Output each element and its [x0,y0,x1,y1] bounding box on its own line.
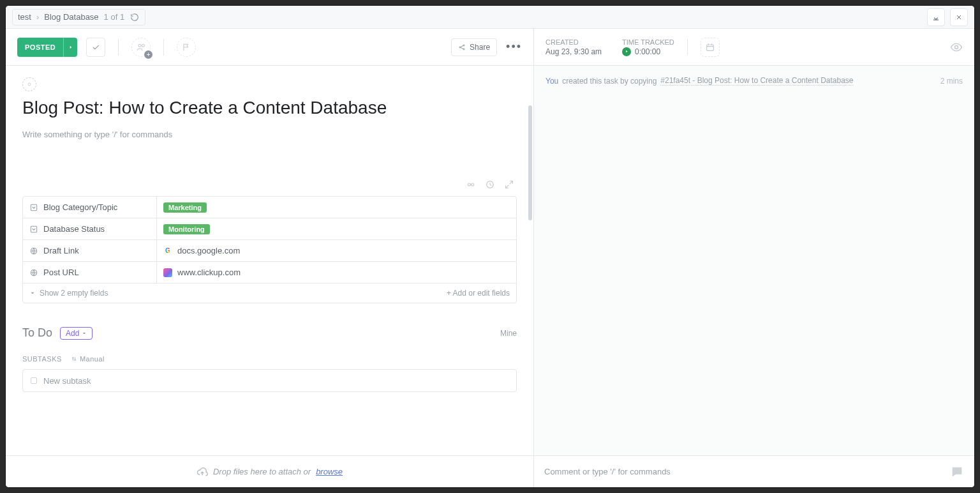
field-label: Blog Category/Topic [43,202,117,212]
breadcrumb-current[interactable]: Blog Database [44,12,98,22]
subtask-status-icon [31,377,37,384]
svg-point-1 [142,44,145,47]
activity-panel: CREATED Aug 23, 9:30 am TIME TRACKED 0:0… [534,29,974,487]
subtasks-sort-button[interactable]: Manual [71,355,105,363]
task-status-icon[interactable] [22,77,36,91]
svg-rect-13 [706,45,713,50]
show-empty-fields[interactable]: Show 2 empty fields [40,289,108,298]
refresh-icon[interactable] [130,12,140,22]
todo-mine-filter[interactable]: Mine [500,329,517,338]
attach-text: Drop files here to attach or [213,467,311,476]
minimize-button[interactable] [927,8,945,26]
comment-send-icon[interactable] [950,465,964,479]
description-placeholder: Write something or type '/' for commands [22,130,172,139]
divider [118,39,119,56]
svg-point-3 [463,45,464,46]
subtasks-header: SUBTASKS Manual [22,355,517,363]
share-button[interactable]: Share [451,38,497,56]
activity-reference-link[interactable]: #21fa45t - Blog Post: How to Create a Co… [660,76,853,86]
status-next-button[interactable] [63,38,77,57]
field-row-post-url[interactable]: Post URL www.clickup.com [23,262,516,284]
time-tracked-value: 0:00:00 [635,47,660,56]
field-value[interactable]: Monitoring [163,224,210,234]
task-panel: POSTED + [6,29,534,487]
comment-bar: Comment or type '/' for commands [534,455,974,487]
field-value[interactable]: Marketing [163,202,207,213]
priority-button[interactable] [177,38,196,57]
more-menu-button[interactable]: ••• [506,40,522,54]
new-subtask-placeholder: New subtask [43,376,91,386]
scrollbar[interactable] [528,105,532,449]
svg-point-4 [463,49,464,50]
field-row-database-status[interactable]: Database Status Monitoring [23,218,516,240]
share-label: Share [470,43,490,52]
time-tracked-meta: TIME TRACKED 0:00:00 [622,38,674,56]
fields-footer: Show 2 empty fields + Add or edit fields [23,284,516,303]
chevron-right-icon: › [36,12,39,22]
activity-actor[interactable]: You [546,77,558,86]
activity-header: CREATED Aug 23, 9:30 am TIME TRACKED 0:0… [534,29,974,66]
subtasks-heading: SUBTASKS [22,355,62,363]
breadcrumb[interactable]: test › Blog Database 1 of 1 [12,9,145,26]
plus-icon: + [144,50,152,59]
field-label: Database Status [43,224,105,234]
assignee-add-button[interactable]: + [131,38,151,57]
timer-play-button[interactable] [622,47,631,56]
mark-complete-button[interactable] [86,38,105,57]
attachments-dropzone[interactable]: Drop files here to attach or browse [6,455,533,487]
status-button[interactable]: POSTED [17,38,77,57]
history-icon[interactable] [485,179,495,190]
activity-feed: You created this task by copying #21fa45… [534,66,974,455]
todo-heading: To Do [22,326,52,340]
time-tracked-label: TIME TRACKED [622,38,674,46]
field-value[interactable]: www.clickup.com [177,268,241,277]
field-value[interactable]: docs.google.com [177,246,240,255]
created-value: Aug 23, 9:30 am [546,47,602,56]
svg-rect-10 [31,226,36,232]
custom-fields: Blog Category/Topic Marketing Database S… [22,196,517,303]
activity-text: created this task by copying [562,77,657,86]
expand-icon[interactable] [504,179,514,190]
clickup-favicon-icon [163,268,172,277]
watch-button[interactable] [950,41,963,54]
field-row-draft-link[interactable]: Draft Link G docs.google.com [23,240,516,262]
status-label[interactable]: POSTED [17,38,63,57]
divider [163,39,164,56]
breadcrumb-counter: 1 of 1 [104,12,125,22]
breadcrumb-root[interactable]: test [18,12,31,22]
created-meta: CREATED Aug 23, 9:30 am [546,38,602,56]
subtasks-sort-label: Manual [80,355,105,363]
new-subtask-input[interactable]: New subtask [22,369,517,392]
breadcrumb-bar: test › Blog Database 1 of 1 [6,6,974,29]
due-date-button[interactable] [701,38,720,57]
svg-point-6 [468,183,470,186]
field-row-blog-category[interactable]: Blog Category/Topic Marketing [23,197,516,218]
todo-add-label: Add [66,329,79,338]
close-button[interactable] [950,8,968,26]
svg-point-5 [28,83,31,86]
svg-point-14 [955,45,958,49]
svg-point-2 [459,47,461,48]
task-header: POSTED + [6,29,533,66]
svg-point-7 [471,183,474,186]
attachments-icon[interactable] [466,179,476,190]
chevron-down-icon [29,290,36,296]
task-modal: test › Blog Database 1 of 1 POSTED [5,5,975,488]
created-label: CREATED [546,38,602,46]
task-title[interactable]: Blog Post: How to Create a Content Datab… [22,98,517,118]
activity-entry: You created this task by copying #21fa45… [546,76,963,86]
modal-body: POSTED + [6,29,974,487]
task-content: Blog Post: How to Create a Content Datab… [6,66,533,455]
todo-add-button[interactable]: Add [60,327,93,340]
todo-section: To Do Add Mine [22,326,517,340]
field-label: Post URL [43,268,79,277]
attach-browse-link[interactable]: browse [316,467,343,476]
add-edit-fields[interactable]: + Add or edit fields [447,289,510,298]
svg-rect-9 [31,204,36,210]
divider [687,39,688,56]
task-description[interactable]: Write something or type '/' for commands [22,130,517,176]
activity-time: 2 mins [940,77,963,86]
comment-input[interactable]: Comment or type '/' for commands [544,467,944,476]
field-label: Draft Link [43,246,79,255]
google-favicon-icon: G [163,247,172,255]
